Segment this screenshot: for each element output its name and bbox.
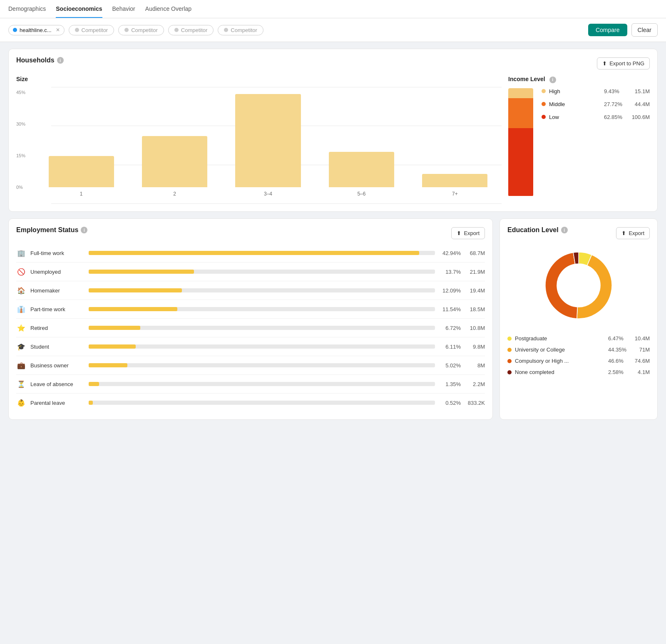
emp-bar-container bbox=[89, 251, 435, 255]
emp-bar bbox=[89, 270, 194, 274]
clear-button[interactable]: Clear bbox=[631, 23, 658, 37]
income-legend-dot bbox=[542, 89, 546, 93]
export-icon-edu: ⬆ bbox=[621, 230, 626, 236]
bar-x-labels: 123–45–67+ bbox=[16, 189, 502, 197]
site-close-icon[interactable]: ✕ bbox=[56, 27, 60, 33]
bar-xlabel-1: 1 bbox=[35, 189, 128, 197]
competitor-tag-4[interactable]: Competitor bbox=[218, 25, 263, 35]
income-legend-dot bbox=[542, 115, 546, 119]
emp-bar-container bbox=[89, 326, 435, 330]
edu-legend-dot bbox=[507, 348, 512, 352]
compare-button[interactable]: Compare bbox=[588, 24, 627, 36]
edu-legend-dot bbox=[507, 337, 512, 341]
donut-chart bbox=[537, 244, 620, 327]
emp-val: 8M bbox=[465, 362, 485, 369]
comp-dot-3 bbox=[174, 28, 179, 32]
emp-bar-container bbox=[89, 344, 435, 349]
site-tag[interactable]: healthline.c... ✕ bbox=[8, 25, 65, 35]
donut-segment-university-or-college bbox=[577, 255, 612, 319]
edu-legend-label: None completed bbox=[515, 369, 605, 375]
edu-legend-label: University or College bbox=[515, 347, 605, 353]
employment-row: 🎓 Student 6.11% 9.8M bbox=[16, 337, 485, 356]
emp-label: Student bbox=[30, 344, 84, 350]
nav-behavior[interactable]: Behavior bbox=[112, 0, 135, 18]
emp-pct: 5.02% bbox=[439, 362, 461, 369]
edu-legend-val: 10.4M bbox=[632, 335, 650, 342]
site-dot bbox=[13, 28, 17, 32]
edu-legend-label: Compulsory or High ... bbox=[515, 358, 605, 364]
edu-legend-pct: 46.6% bbox=[608, 358, 629, 364]
education-card: Education Level i ⬆ Export Postgraduate … bbox=[500, 218, 658, 420]
employment-row: 🏢 Full-time work 42.94% 68.7M bbox=[16, 244, 485, 263]
emp-pct: 12.09% bbox=[439, 287, 461, 294]
income-info-icon[interactable]: i bbox=[549, 77, 556, 83]
competitor-tag-1[interactable]: Competitor bbox=[69, 25, 114, 35]
comp-label-1: Competitor bbox=[82, 27, 108, 33]
emp-icon: 🚫 bbox=[16, 267, 26, 277]
emp-pct: 13.7% bbox=[439, 269, 461, 275]
bar-xlabel-3–4: 3–4 bbox=[221, 189, 315, 197]
emp-bar-container bbox=[89, 288, 435, 292]
emp-bar bbox=[89, 326, 140, 330]
bar-2 bbox=[142, 136, 207, 187]
bar-chart-inner: 45% 30% 15% 0% bbox=[16, 87, 502, 187]
households-info-icon[interactable]: i bbox=[57, 57, 64, 64]
emp-val: 9.8M bbox=[465, 344, 485, 350]
nav-demographics[interactable]: Demographics bbox=[8, 0, 46, 18]
bar-group bbox=[128, 136, 221, 187]
edu-legend-pct: 44.35% bbox=[608, 347, 629, 353]
edu-legend-val: 4.1M bbox=[632, 369, 650, 375]
households-card: Households i ⬆ Export to PNG Size 45% 30… bbox=[8, 49, 658, 212]
competitor-tag-3[interactable]: Competitor bbox=[168, 25, 214, 35]
comp-label-2: Competitor bbox=[131, 27, 158, 33]
income-segment-high bbox=[508, 88, 533, 99]
edu-legend-label: Postgraduate bbox=[515, 335, 605, 342]
income-legend-item: High 9.43% 15.1M bbox=[542, 88, 650, 94]
education-info-icon[interactable]: i bbox=[561, 227, 568, 233]
income-chart: Income Level i High 9.43% 15.1M Middle 2… bbox=[508, 76, 650, 204]
income-legend-item: Low 62.85% 100.6M bbox=[542, 114, 650, 120]
emp-bar-container bbox=[89, 401, 435, 405]
employment-export-button[interactable]: ⬆ Export bbox=[451, 227, 485, 239]
income-legend-val: 100.6M bbox=[629, 114, 650, 120]
edu-legend-item: None completed 2.58% 4.1M bbox=[507, 369, 650, 375]
top-navigation: Demographics Socioeconomics Behavior Aud… bbox=[0, 0, 666, 18]
income-legend-pct: 27.72% bbox=[604, 101, 626, 107]
households-header: Households i ⬆ Export to PNG bbox=[16, 57, 650, 70]
income-stacked: High 9.43% 15.1M Middle 27.72% 44.4M Low… bbox=[508, 88, 650, 196]
competitor-tag-2[interactable]: Competitor bbox=[118, 25, 164, 35]
education-export-button[interactable]: ⬆ Export bbox=[616, 227, 650, 239]
bar-chart: 45% 30% 15% 0% 123–45–67+ bbox=[16, 87, 502, 204]
emp-label: Part-time work bbox=[30, 306, 84, 312]
emp-pct: 1.35% bbox=[439, 381, 461, 387]
emp-pct: 6.72% bbox=[439, 325, 461, 331]
emp-val: 2.2M bbox=[465, 381, 485, 387]
employment-rows: 🏢 Full-time work 42.94% 68.7M 🚫 Unemploy… bbox=[16, 244, 485, 412]
employment-row: 💼 Business owner 5.02% 8M bbox=[16, 356, 485, 375]
comp-dot-2 bbox=[124, 28, 129, 32]
nav-socioeconomics[interactable]: Socioeconomics bbox=[56, 0, 102, 18]
emp-label: Leave of absence bbox=[30, 381, 84, 387]
income-legend-dot bbox=[542, 102, 546, 106]
nav-audience-overlap[interactable]: Audience Overlap bbox=[145, 0, 191, 18]
income-legend-label: High bbox=[549, 88, 601, 94]
bar-1 bbox=[49, 156, 114, 187]
bar-group bbox=[35, 156, 128, 187]
site-name: healthline.c... bbox=[20, 27, 52, 33]
emp-bar-container bbox=[89, 382, 435, 386]
size-chart: Size 45% 30% 15% 0% 123–45–67+ bbox=[16, 76, 502, 204]
education-header: Education Level i ⬆ Export bbox=[507, 226, 650, 240]
emp-icon: ⏳ bbox=[16, 379, 26, 389]
bar-group bbox=[221, 94, 315, 187]
emp-label: Business owner bbox=[30, 362, 84, 369]
emp-bar-container bbox=[89, 307, 435, 311]
emp-pct: 42.94% bbox=[439, 250, 461, 256]
emp-bar-container bbox=[89, 363, 435, 367]
employment-info-icon[interactable]: i bbox=[81, 227, 87, 233]
comp-dot-1 bbox=[75, 28, 79, 32]
export-icon-emp: ⬆ bbox=[457, 230, 461, 236]
size-chart-title: Size bbox=[16, 76, 502, 82]
export-png-button[interactable]: ⬆ Export to PNG bbox=[597, 57, 650, 69]
emp-icon: 💼 bbox=[16, 360, 26, 370]
bar-5–6 bbox=[329, 152, 394, 187]
